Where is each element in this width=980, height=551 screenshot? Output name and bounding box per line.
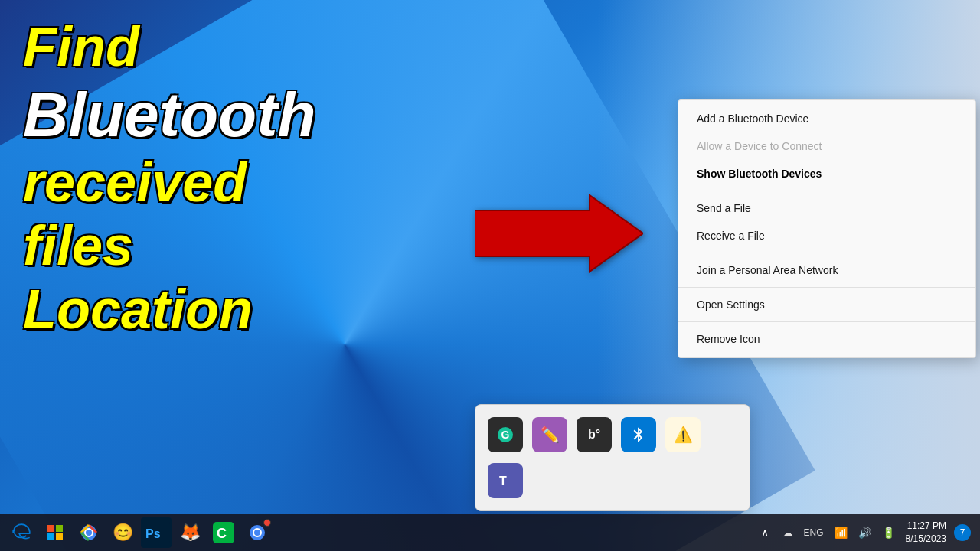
svg-text:T: T xyxy=(499,474,507,487)
svg-rect-4 xyxy=(47,525,54,532)
taskbar-icon-firefox[interactable]: 🦊 xyxy=(175,517,205,548)
svg-marker-0 xyxy=(475,195,643,272)
red-arrow xyxy=(475,191,628,268)
menu-item-join-pan[interactable]: Join a Personal Area Network xyxy=(678,256,975,284)
taskbar-icon-chrome[interactable] xyxy=(74,517,104,548)
svg-rect-6 xyxy=(47,533,54,540)
taskbar-left: 😊 Ps 🦊 C xyxy=(0,517,746,548)
menu-divider-1 xyxy=(678,191,975,191)
menu-item-allow-device: Allow a Device to Connect xyxy=(678,132,975,160)
taskbar-notification-badge[interactable]: 7 xyxy=(954,524,971,541)
svg-text:G: G xyxy=(501,429,510,441)
taskbar-date-display: 8/15/2023 xyxy=(906,533,946,546)
svg-text:Ps: Ps xyxy=(145,527,161,540)
tray-icons-row-2: T xyxy=(488,463,737,498)
taskbar-time-display: 11:27 PM xyxy=(906,520,946,533)
taskbar-volume-icon[interactable]: 🔊 xyxy=(855,523,874,542)
menu-item-receive-file[interactable]: Receive a File xyxy=(678,222,975,249)
svg-point-17 xyxy=(254,530,260,536)
tray-icon-bluetooth[interactable] xyxy=(621,417,656,452)
taskbar-cloud-icon[interactable]: ☁ xyxy=(779,523,796,542)
taskbar-wifi-icon[interactable]: 📶 xyxy=(831,523,851,542)
taskbar: 😊 Ps 🦊 C ∧ xyxy=(0,514,980,551)
taskbar-icon-store[interactable] xyxy=(40,517,70,548)
thumbnail-title: Find Bluetooth received files Location xyxy=(23,15,316,341)
menu-divider-4 xyxy=(678,321,975,322)
tray-icon-alert[interactable]: ⚠️ xyxy=(665,417,701,452)
title-received: received xyxy=(23,151,316,214)
menu-item-add-bluetooth[interactable]: Add a Bluetooth Device xyxy=(678,105,975,132)
menu-divider-2 xyxy=(678,253,975,253)
tray-icon-grammarly[interactable]: G xyxy=(488,417,523,452)
title-location: Location xyxy=(23,278,316,341)
taskbar-battery-icon[interactable]: 🔋 xyxy=(879,523,898,542)
context-menu: Add a Bluetooth Device Allow a Device to… xyxy=(678,99,976,358)
menu-item-remove-icon[interactable]: Remove Icon xyxy=(678,325,975,353)
svg-rect-5 xyxy=(56,525,63,532)
tray-popup: G ✏️ b° ⚠️ T xyxy=(475,404,750,511)
tray-icons-row-1: G ✏️ b° ⚠️ xyxy=(488,417,737,452)
taskbar-expand-button[interactable]: ∧ xyxy=(755,523,775,542)
taskbar-language-indicator[interactable]: ENG xyxy=(801,524,827,541)
taskbar-icon-emoji-app[interactable]: 😊 xyxy=(107,517,138,548)
taskbar-icon-chrome2[interactable] xyxy=(242,517,273,548)
title-files: files xyxy=(23,214,316,278)
svg-point-10 xyxy=(86,530,92,536)
tray-icon-pen[interactable]: ✏️ xyxy=(532,417,567,452)
tray-icon-teams[interactable]: T xyxy=(488,463,523,498)
menu-divider-3 xyxy=(678,287,975,288)
menu-item-send-file[interactable]: Send a File xyxy=(678,194,975,222)
tray-icon-bando[interactable]: b° xyxy=(577,417,612,452)
taskbar-right: ∧ ☁ ENG 📶 🔊 🔋 11:27 PM 8/15/2023 7 xyxy=(746,518,980,547)
title-find: Find xyxy=(23,15,316,79)
taskbar-icon-photoshop[interactable]: Ps xyxy=(141,517,172,548)
taskbar-icon-camtasia[interactable]: C xyxy=(208,517,239,548)
title-bluetooth: Bluetooth xyxy=(23,79,316,151)
taskbar-icon-edge[interactable] xyxy=(6,517,37,548)
menu-item-open-settings[interactable]: Open Settings xyxy=(678,291,975,318)
svg-rect-7 xyxy=(56,533,63,540)
svg-text:C: C xyxy=(217,526,227,541)
menu-item-show-bluetooth[interactable]: Show Bluetooth Devices xyxy=(678,160,975,187)
taskbar-clock[interactable]: 11:27 PM 8/15/2023 xyxy=(903,518,949,547)
